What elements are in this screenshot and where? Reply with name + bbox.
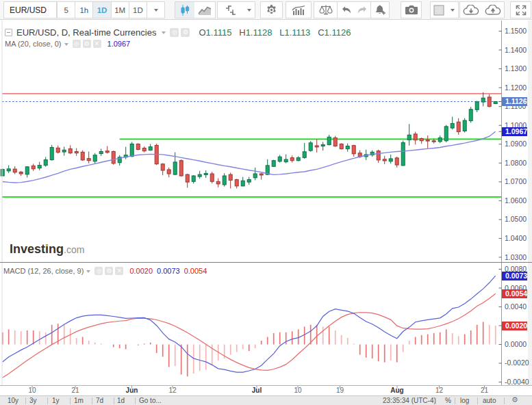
candle-body[interactable]: [186, 174, 189, 182]
candle-body[interactable]: [444, 127, 448, 141]
chart-canvas[interactable]: [0, 0, 532, 405]
candle-body[interactable]: [352, 146, 355, 154]
candle-body[interactable]: [469, 109, 472, 121]
background-color-button[interactable]: [430, 1, 448, 18]
macd-line[interactable]: [3, 276, 496, 372]
auto-scale-toggle[interactable]: auto: [483, 397, 496, 405]
undo-button[interactable]: [337, 1, 355, 18]
candle-body[interactable]: [377, 151, 380, 160]
range-button-7d[interactable]: 7d: [96, 397, 103, 405]
interval-dropdown-button[interactable]: [147, 1, 165, 18]
candle-body[interactable]: [327, 137, 331, 144]
percent-scale-toggle[interactable]: %: [445, 397, 451, 405]
candle-body[interactable]: [192, 176, 195, 181]
clock-utc-label[interactable]: 23:35:34 (UTC-4): [383, 397, 436, 405]
chart-title[interactable]: EUR/USD, D, Real-time Currencies: [16, 27, 156, 38]
candle-body[interactable]: [309, 143, 312, 151]
candle-body[interactable]: [142, 148, 146, 151]
candle-body[interactable]: [487, 97, 491, 107]
candle-body[interactable]: [25, 167, 29, 174]
range-button-3y[interactable]: 3y: [29, 397, 37, 405]
candle-body[interactable]: [272, 161, 275, 167]
candle-body[interactable]: [414, 134, 417, 140]
load-chart-button[interactable]: [459, 1, 482, 18]
close-icon[interactable]: ✕: [93, 40, 101, 48]
candle-body[interactable]: [167, 170, 170, 174]
candle-body[interactable]: [13, 169, 16, 172]
candle-body[interactable]: [383, 159, 386, 161]
candle-body[interactable]: [432, 141, 435, 142]
collapse-box-icon[interactable]: [5, 29, 12, 36]
range-button-1m[interactable]: 1m: [74, 397, 84, 405]
candle-body[interactable]: [340, 144, 343, 148]
interval-button-1d[interactable]: 1D: [92, 1, 111, 18]
eye-icon[interactable]: ◎: [73, 40, 81, 48]
candle-body[interactable]: [278, 157, 281, 161]
candle-body[interactable]: [81, 152, 84, 160]
candle-body[interactable]: [420, 138, 423, 140]
range-button-10y[interactable]: 10y: [8, 397, 18, 405]
candle-body[interactable]: [99, 152, 103, 154]
redo-button[interactable]: [354, 1, 372, 18]
candle-body[interactable]: [475, 102, 479, 110]
candle-body[interactable]: [216, 181, 220, 184]
candle-body[interactable]: [229, 174, 232, 180]
indicators-button[interactable]: [286, 1, 312, 18]
candle-body[interactable]: [259, 174, 263, 175]
candle-body[interactable]: [247, 180, 251, 183]
gear-icon[interactable]: ⚙: [181, 28, 190, 37]
macd-label[interactable]: MACD (12, 26, close, 9): [3, 267, 84, 275]
candle-body[interactable]: [407, 135, 411, 140]
candle-body[interactable]: [463, 120, 466, 131]
candle-body[interactable]: [451, 123, 454, 128]
candle-body[interactable]: [44, 160, 47, 166]
candle-body[interactable]: [62, 150, 66, 152]
candle-body[interactable]: [136, 144, 140, 149]
candle-body[interactable]: [198, 174, 201, 177]
candle-body[interactable]: [87, 159, 90, 161]
candle-body[interactable]: [130, 144, 134, 156]
log-scale-toggle[interactable]: log: [460, 397, 469, 405]
candle-body[interactable]: [38, 166, 41, 168]
ma-label[interactable]: MA (20, close, 0): [5, 40, 62, 48]
candle-body[interactable]: [241, 181, 244, 186]
chevron-down-icon[interactable]: [64, 43, 68, 46]
candle-body[interactable]: [105, 151, 109, 153]
range-button-1y[interactable]: 1y: [52, 397, 60, 405]
screenshot-button[interactable]: [401, 1, 422, 18]
gear-icon[interactable]: ⚙: [105, 267, 113, 275]
candle-body[interactable]: [210, 174, 214, 181]
interval-button-1d-2[interactable]: 1D: [129, 1, 147, 18]
candle-body[interactable]: [50, 147, 53, 159]
symbol-input[interactable]: EUR/USD: [3, 1, 57, 18]
candle-body[interactable]: [31, 166, 35, 168]
candle-body[interactable]: [149, 147, 152, 151]
candle-body[interactable]: [426, 140, 429, 141]
candle-body[interactable]: [173, 162, 177, 174]
candle-body[interactable]: [389, 159, 392, 161]
candle-body[interactable]: [438, 138, 442, 142]
eye-icon[interactable]: ◎: [170, 28, 179, 37]
chevron-down-icon[interactable]: [162, 31, 166, 34]
candle-body[interactable]: [457, 122, 460, 131]
candle-body[interactable]: [333, 138, 337, 146]
interval-button-1h[interactable]: 1h: [75, 1, 93, 18]
candle-body[interactable]: [481, 98, 485, 102]
chart-type-candles-button[interactable]: [175, 1, 195, 18]
candle-body[interactable]: [235, 180, 238, 186]
candle-body[interactable]: [7, 169, 10, 171]
goto-date-button[interactable]: Go to...: [139, 397, 162, 405]
chart-type-line-button[interactable]: [194, 1, 216, 18]
fullscreen-button[interactable]: [510, 1, 531, 18]
compare-dropdown-button[interactable]: [244, 1, 255, 18]
interval-button-1m[interactable]: 1M: [111, 1, 129, 18]
candle-body[interactable]: [401, 143, 405, 166]
candle-body[interactable]: [56, 148, 60, 152]
candle-body[interactable]: [303, 152, 306, 158]
candle-body[interactable]: [284, 159, 288, 162]
candle-body[interactable]: [395, 158, 398, 165]
save-chart-button[interactable]: [481, 1, 505, 18]
candle-body[interactable]: [161, 164, 164, 170]
candle-body[interactable]: [179, 161, 183, 176]
compare-button[interactable]: [217, 1, 244, 18]
